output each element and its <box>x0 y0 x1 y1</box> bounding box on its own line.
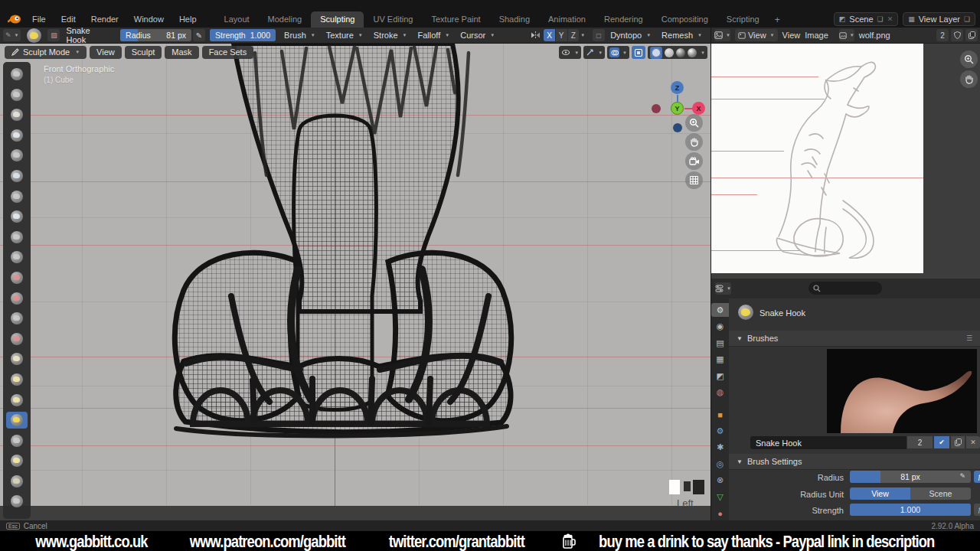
brush-tool-layer[interactable] <box>6 168 28 184</box>
properties-tab-output[interactable]: ▤ <box>711 336 729 350</box>
active-brush-icon[interactable] <box>27 28 41 43</box>
brush-datablock-icon[interactable]: ▨ <box>47 29 60 41</box>
unlink-image-icon[interactable] <box>965 29 978 41</box>
workspace-tab-layout[interactable]: Layout <box>215 11 259 28</box>
brushes-panel-header[interactable]: ▼Brushes ☰ <box>729 331 980 347</box>
workspace-tab-shading[interactable]: Shading <box>490 11 539 28</box>
properties-tab-scene[interactable]: ◩ <box>711 369 729 383</box>
workspace-tab-animation[interactable]: Animation <box>539 11 595 28</box>
radius-slider[interactable]: Radius 81 px <box>120 29 191 41</box>
brush-dropdown[interactable]: Brush▼ <box>284 31 315 40</box>
strength-slider[interactable]: Strength 1.000 <box>210 29 276 41</box>
texture-dropdown[interactable]: Texture▼ <box>326 31 363 40</box>
mirror-options-chevron[interactable]: ▼ <box>580 33 585 37</box>
brush-tool-flatten[interactable] <box>6 269 28 286</box>
image-name[interactable]: wolf.png <box>859 31 890 40</box>
brush-tool-elastic-deform[interactable] <box>6 392 28 409</box>
radius-unit-scene-button[interactable]: Scene <box>910 487 971 500</box>
workspace-tab-texture-paint[interactable]: Texture Paint <box>422 11 489 28</box>
brush-tool-snake-hook[interactable] <box>6 412 28 429</box>
radius-pressure-button[interactable]: ✎ <box>193 29 205 41</box>
mode-selector[interactable]: Sculpt Mode▼ <box>5 46 87 59</box>
brush-tool-draw[interactable] <box>6 66 28 83</box>
show-overlays-dropdown[interactable]: ▼ <box>607 46 629 59</box>
tool-preset-dropdown[interactable]: ✎▼ <box>3 29 21 41</box>
brush-settings-panel-header[interactable]: ▼Brush Settings <box>729 454 980 470</box>
brushes-specials-menu-icon[interactable]: ☰ <box>966 334 972 342</box>
brush-tool-blob[interactable] <box>6 208 28 225</box>
properties-tab-object-data[interactable]: ▽ <box>711 490 729 504</box>
brush-tool-clay-strips[interactable] <box>6 127 28 144</box>
brush-tool-scrape[interactable] <box>6 310 28 327</box>
brush-tool-thumb[interactable] <box>6 432 28 449</box>
properties-tab-view-layer[interactable]: ▦ <box>711 352 729 366</box>
gizmo-x-axis[interactable]: X <box>692 102 705 115</box>
shading-rendered-button[interactable] <box>688 48 697 57</box>
image-users-count[interactable]: 2 <box>936 29 949 41</box>
object-visibility-dropdown[interactable]: ▼ <box>559 46 581 59</box>
image-mode-selector[interactable]: View▼ <box>735 29 778 41</box>
menu-file[interactable]: File <box>24 15 54 24</box>
browse-image-dropdown[interactable]: ▼ <box>839 29 854 41</box>
view-layer-selector[interactable]: ▦ View Layer ❏ <box>903 12 975 26</box>
image-zoom-button[interactable] <box>960 51 978 68</box>
image-pan-button[interactable] <box>960 70 978 88</box>
properties-editor-type-dropdown[interactable]: ▼ <box>715 282 731 295</box>
properties-tab-particles[interactable]: ✱ <box>711 441 729 455</box>
image-image-menu[interactable]: Image <box>805 31 828 40</box>
viewport-menu-view[interactable]: View <box>90 46 122 59</box>
zoom-view-button[interactable] <box>685 114 703 132</box>
props-radius-slider[interactable]: 81 px ✎ <box>850 471 971 483</box>
properties-tab-physics[interactable]: ◎ <box>711 457 729 471</box>
brush-tool-crease[interactable] <box>6 229 28 246</box>
properties-tab-render[interactable]: ◉ <box>711 319 729 333</box>
properties-search-input[interactable] <box>808 282 882 295</box>
menu-edit[interactable]: Edit <box>54 15 83 24</box>
toggle-xray-button[interactable] <box>632 46 645 59</box>
props-strength-pressure-toggle[interactable]: ƒ <box>974 504 980 516</box>
brush-tool-clay-thumb[interactable] <box>6 147 28 164</box>
duplicate-brush-button[interactable] <box>951 436 965 448</box>
brush-tool-pinch[interactable] <box>6 350 28 367</box>
brush-preview[interactable] <box>827 349 977 433</box>
props-strength-slider[interactable]: 1.000 <box>850 504 971 516</box>
brush-tool-grab[interactable] <box>6 371 28 388</box>
properties-tab-object[interactable]: ■ <box>711 408 729 422</box>
menu-help[interactable]: Help <box>172 15 204 24</box>
shading-options-chevron[interactable]: ▼ <box>701 51 705 55</box>
brush-tool-inflate[interactable] <box>6 188 28 205</box>
properties-tab-world[interactable]: ◍ <box>711 385 729 399</box>
shading-material-button[interactable] <box>676 48 685 57</box>
viewport-menu-face-sets[interactable]: Face Sets <box>202 46 254 59</box>
workspace-tab-scripting[interactable]: Scripting <box>717 11 769 28</box>
brush-tool-rotate[interactable] <box>6 493 28 510</box>
radius-animate-icon[interactable]: ✎ <box>959 472 965 480</box>
workspace-tab-sculpting[interactable]: Sculpting <box>311 11 364 28</box>
gizmo-z-neg-axis[interactable] <box>673 123 682 132</box>
reference-image-canvas[interactable] <box>711 44 923 273</box>
sculpt-mesh-wireframe[interactable] <box>0 44 710 520</box>
workspace-tab-uv-editing[interactable]: UV Editing <box>364 11 422 28</box>
gizmo-z-axis[interactable]: Z <box>671 81 684 94</box>
cursor-dropdown[interactable]: Cursor▼ <box>460 31 495 40</box>
workspace-tab-modeling[interactable]: Modeling <box>259 11 312 28</box>
workspace-tab-rendering[interactable]: Rendering <box>595 11 652 28</box>
scene-selector[interactable]: ◩ Scene ❏ ✕ <box>834 12 898 26</box>
camera-view-button[interactable] <box>685 152 703 170</box>
editor-type-dropdown[interactable]: ▼ <box>714 29 730 41</box>
add-workspace-button[interactable]: + <box>769 12 786 28</box>
brush-users-count[interactable]: 2 <box>907 436 933 448</box>
brush-tool-draw-sharp[interactable] <box>6 86 28 103</box>
brush-tool-fill[interactable] <box>6 290 28 307</box>
brush-tool-smooth[interactable] <box>6 249 28 266</box>
props-radius-pressure-toggle[interactable]: ƒ <box>974 471 980 483</box>
properties-tab-modifiers[interactable]: ⚙ <box>711 424 729 438</box>
fake-user-shield-icon[interactable] <box>951 29 963 41</box>
gizmo-y-axis[interactable]: Y <box>671 102 684 115</box>
viewport-menu-mask[interactable]: Mask <box>165 46 198 59</box>
blender-logo-icon[interactable] <box>8 14 21 24</box>
show-gizmo-dropdown[interactable]: ▼ <box>583 46 605 59</box>
menu-window[interactable]: Window <box>126 15 172 24</box>
brush-fake-user-toggle[interactable]: ✔ <box>934 436 949 448</box>
menu-render[interactable]: Render <box>83 15 126 24</box>
